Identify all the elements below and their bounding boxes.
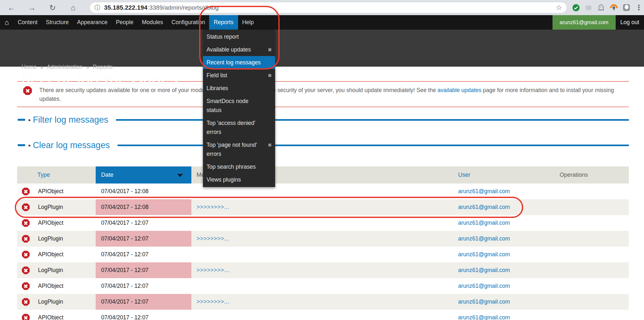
log-date: 07/04/2017 - 12:07 bbox=[96, 310, 191, 320]
section-rule bbox=[118, 145, 629, 146]
toolbar-menu-item[interactable]: People bbox=[112, 15, 138, 30]
ghostery-extension-icon[interactable] bbox=[597, 4, 605, 12]
log-messages-table: Type Date Message User Operations APIObj… bbox=[17, 166, 629, 320]
sort-by-type-link[interactable]: Type bbox=[37, 172, 50, 178]
breadcrumb-link[interactable]: Home bbox=[22, 64, 37, 70]
error-severity-icon bbox=[22, 251, 30, 259]
reports-menu-item[interactable]: Views plugins bbox=[203, 173, 275, 186]
logout-link[interactable]: Log out bbox=[616, 15, 644, 30]
log-user-link[interactable]: arunz61@gmail.com bbox=[458, 204, 510, 211]
log-user-link[interactable]: arunz61@gmail.com bbox=[458, 283, 510, 289]
log-table-row: APIObject 07/04/2017 - 12:07 arunz61@gma… bbox=[17, 310, 629, 320]
log-table-row: LogPlugin 07/04/2017 - 12:07 >>>>>>>>...… bbox=[17, 294, 629, 310]
log-user-link[interactable]: arunz61@gmail.com bbox=[458, 251, 510, 258]
log-message-link[interactable]: >>>>>>>>... bbox=[197, 267, 229, 274]
collapsed-arrow-icon[interactable]: ▸ bbox=[29, 143, 31, 148]
log-date: 07/04/2017 - 12:07 bbox=[96, 278, 191, 294]
error-severity-icon bbox=[22, 188, 30, 195]
breadcrumb-link[interactable]: Administration bbox=[37, 64, 83, 70]
url-path: :3389/admin/reports/dblog bbox=[148, 4, 219, 11]
log-operations bbox=[554, 199, 629, 215]
sort-by-user-link[interactable]: User bbox=[458, 172, 470, 178]
log-type: APIObject bbox=[38, 314, 63, 320]
log-date: 07/04/2017 - 12:08 bbox=[96, 199, 191, 215]
back-icon[interactable]: ← bbox=[7, 3, 15, 12]
sort-by-date-header[interactable]: Date bbox=[96, 166, 191, 184]
log-user-link[interactable]: arunz61@gmail.com bbox=[458, 298, 510, 305]
log-table-row: LogPlugin 07/04/2017 - 12:07 >>>>>>>>...… bbox=[17, 231, 629, 247]
log-date: 07/04/2017 - 12:07 bbox=[96, 294, 191, 310]
breadcrumb-link[interactable]: Reports bbox=[82, 64, 112, 70]
url-bar[interactable]: ⓘ 35.185.222.194 :3389/admin/reports/dbl… bbox=[90, 2, 567, 13]
page-header-band: HomeAdministrationReports Recent log mes… bbox=[0, 30, 644, 67]
log-table-row: LogPlugin 07/04/2017 - 12:08 >>>>>>>>...… bbox=[17, 199, 629, 215]
log-user-link[interactable]: arunz61@gmail.com bbox=[458, 314, 510, 320]
log-type: LogPlugin bbox=[38, 235, 63, 242]
reports-menu-item[interactable]: Available updates bbox=[203, 43, 275, 56]
log-message-link[interactable]: >>>>>>>>... bbox=[197, 298, 229, 305]
reports-menu-item[interactable]: Recent log messages bbox=[203, 56, 275, 69]
log-type: APIObject bbox=[38, 251, 63, 258]
menu-item-label: SmartDocs node status bbox=[207, 98, 248, 113]
available-updates-link[interactable]: available updates bbox=[437, 87, 481, 93]
menu-item-label: Top 'page not found' errors bbox=[207, 142, 257, 157]
toolbar-menu-item[interactable]: Modules bbox=[138, 15, 167, 30]
toolbar-menu-item[interactable]: Configuration bbox=[167, 15, 209, 30]
log-date: 07/04/2017 - 12:07 bbox=[96, 262, 191, 278]
log-table-row: LogPlugin 07/04/2017 - 12:07 >>>>>>>>...… bbox=[17, 262, 629, 278]
reports-menu-item[interactable]: Field list bbox=[203, 69, 275, 82]
log-message-link[interactable]: >>>>>>>>... bbox=[197, 235, 229, 242]
toolbar-home-icon[interactable]: ⌂ bbox=[0, 15, 14, 30]
screenshot-extension-icon[interactable] bbox=[622, 4, 630, 12]
browser-menu-icon[interactable]: ⋮ bbox=[635, 4, 643, 12]
logged-in-user-badge[interactable]: arunz61@gmail.com bbox=[553, 15, 616, 30]
reports-menu-item[interactable]: SmartDocs node status bbox=[203, 95, 275, 117]
reload-icon[interactable]: ↻ bbox=[48, 3, 57, 12]
toolbar-menu-item[interactable]: Structure bbox=[42, 15, 73, 30]
log-date: 07/04/2017 - 12:07 bbox=[96, 215, 191, 231]
error-severity-icon bbox=[22, 298, 30, 306]
adblock-extension-icon[interactable] bbox=[572, 4, 580, 12]
menu-item-label: Status report bbox=[207, 33, 239, 40]
menu-item-label: Recent log messages bbox=[207, 59, 261, 66]
log-operations bbox=[554, 215, 629, 231]
reports-menu-item[interactable]: Top 'access denied' errors bbox=[203, 117, 275, 138]
breadcrumb: HomeAdministrationReports bbox=[22, 64, 112, 71]
log-user-link[interactable]: arunz61@gmail.com bbox=[458, 188, 510, 195]
error-severity-icon bbox=[22, 219, 30, 227]
reports-menu-item[interactable]: Status report bbox=[203, 30, 275, 43]
forward-icon[interactable]: → bbox=[28, 3, 36, 12]
log-user-link[interactable]: arunz61@gmail.com bbox=[458, 220, 510, 226]
log-type: LogPlugin bbox=[38, 204, 63, 211]
alert-text: There are security updates available for… bbox=[39, 86, 619, 103]
section-rule bbox=[116, 119, 629, 121]
site-info-icon[interactable]: ⓘ bbox=[94, 4, 100, 12]
log-message-link[interactable]: >>>>>>>>... bbox=[197, 204, 229, 211]
toolbar-menu-item[interactable]: Reports bbox=[209, 15, 238, 30]
toolbar-menu-item[interactable]: Appearance bbox=[73, 15, 111, 30]
bookmark-star-icon[interactable]: ☆ bbox=[556, 4, 562, 12]
section-toggle-link[interactable]: Filter log messages bbox=[33, 115, 108, 125]
log-date: 07/04/2017 - 12:08 bbox=[96, 184, 191, 199]
log-table-row: APIObject 07/04/2017 - 12:07 arunz61@gma… bbox=[17, 247, 629, 262]
log-operations bbox=[554, 247, 629, 262]
log-type: APIObject bbox=[38, 188, 63, 195]
section-toggle-link[interactable]: Clear log messages bbox=[33, 140, 110, 150]
reports-menu-item[interactable]: Top 'page not found' errors bbox=[203, 138, 275, 160]
toolbar-menu-item[interactable]: Help bbox=[238, 15, 258, 30]
log-user-link[interactable]: arunz61@gmail.com bbox=[458, 235, 510, 242]
reports-menu-item[interactable]: Libraries bbox=[203, 82, 275, 95]
collapsed-arrow-icon[interactable]: ▸ bbox=[29, 117, 31, 122]
log-user-link[interactable]: arunz61@gmail.com bbox=[458, 267, 510, 274]
page-title: Recent log messages bbox=[21, 71, 178, 88]
reports-menu-item[interactable]: Top search phrases bbox=[203, 160, 275, 173]
disabled-extension-icon[interactable] bbox=[584, 4, 593, 12]
browser-chrome: ← → ↻ ⌂ ⓘ 35.185.222.194 :3389/admin/rep… bbox=[0, 0, 644, 15]
menu-item-label: Libraries bbox=[207, 85, 228, 91]
openvpn-extension-icon[interactable] bbox=[610, 4, 618, 12]
table-header-row: Type Date Message User Operations bbox=[17, 166, 629, 184]
home-icon[interactable]: ⌂ bbox=[69, 3, 77, 12]
log-operations bbox=[554, 278, 629, 294]
log-type: LogPlugin bbox=[38, 298, 63, 305]
toolbar-menu-item[interactable]: Content bbox=[14, 15, 42, 30]
